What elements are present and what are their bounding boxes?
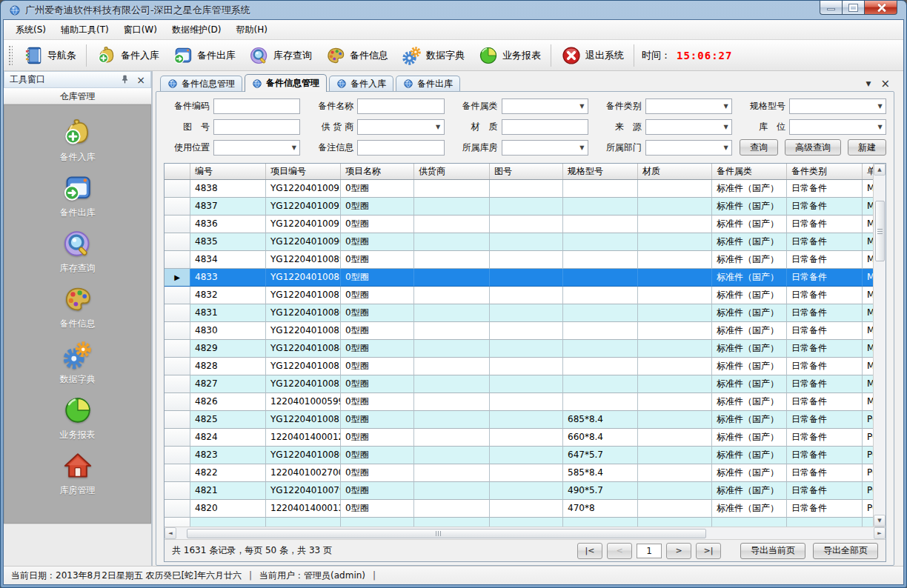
sidebar-item-data-dictionary[interactable]: 数据字典 [60, 339, 96, 386]
advanced-search-button[interactable]: 高级查询 [785, 139, 841, 156]
column-header-3[interactable]: 项目名称 [341, 164, 414, 179]
scroll-right-icon[interactable]: ► [874, 527, 886, 539]
sidebar-item-inventory-query[interactable]: 库存查询 [60, 228, 96, 275]
location-select[interactable]: ▼ [789, 119, 886, 135]
table-row-4822[interactable]: 482212204010027000型圈585*8.4标准件（国产）日常备件PC [165, 464, 873, 482]
table-row-4836[interactable]: 4836YG122040100910型圈标准件（国产）日常备件M [165, 216, 873, 233]
row-selector-cell[interactable] [165, 482, 190, 500]
row-selector-cell[interactable] [165, 393, 190, 411]
row-selector-cell[interactable] [165, 180, 190, 198]
column-header-2[interactable]: 项目编号 [266, 164, 341, 179]
department-select[interactable]: ▼ [645, 140, 732, 156]
toolbar-inventory-query-button[interactable]: 库存查询 [242, 42, 319, 69]
horizontal-scroll-thumb[interactable] [187, 529, 706, 538]
use-position-select[interactable]: ▼ [213, 140, 300, 156]
column-header-9[interactable]: 备件类别 [787, 164, 863, 179]
spec-model-select[interactable]: ▼ [789, 98, 886, 114]
toolbar-stock-in-button[interactable]: 备件入库 [90, 42, 166, 69]
tab-3[interactable]: 备件出库 [396, 76, 460, 91]
table-row-4820[interactable]: 482012204014000130型圈470*8标准件（国产）日常备件PC [165, 500, 873, 518]
table-row-4826[interactable]: 482612204010005990型圈标准件（国产）日常备件M [165, 393, 873, 411]
tab-2[interactable]: 备件入库 [329, 76, 393, 91]
tab-0[interactable]: 备件信息管理 [160, 76, 242, 91]
sidebar-close-icon[interactable]: × [136, 76, 145, 84]
row-selector-cell[interactable] [165, 233, 190, 251]
next-page-button[interactable]: > [666, 543, 691, 559]
table-row-4833[interactable]: ▶4833YG122040100880型圈标准件（国产）日常备件M [165, 269, 873, 287]
row-selector-cell[interactable] [165, 198, 190, 216]
row-selector-cell[interactable] [165, 411, 190, 429]
sidebar-item-parts-info[interactable]: 备件信息 [60, 284, 96, 330]
table-row-4838[interactable]: 4838YG122040100930型圈标准件（国产）日常备件M [165, 180, 873, 198]
toolbar-stock-out-button[interactable]: 备件出库 [166, 42, 242, 69]
vertical-scroll-thumb[interactable] [875, 201, 885, 261]
menu-item-data-maintenance[interactable]: 数据维护(D) [165, 20, 229, 40]
row-selector-cell[interactable] [165, 304, 190, 322]
table-row-4821[interactable]: 4821YG122040100790型圈490*5.7标准件（国产）日常备件PC [165, 482, 873, 500]
column-header-8[interactable]: 备件属类 [712, 164, 787, 179]
column-header-7[interactable]: 材质 [638, 164, 712, 179]
table-row-4837[interactable]: 4837YG122040100920型圈标准件（国产）日常备件M [165, 198, 873, 216]
table-row-4835[interactable]: 4835YG122040100900型圈标准件（国产）日常备件M [165, 233, 873, 251]
table-row-4832[interactable]: 4832YG122040100870型圈标准件（国产）日常备件M [165, 287, 873, 304]
page-number-input[interactable]: 1 [637, 544, 662, 558]
row-selector-header[interactable] [165, 164, 190, 179]
row-selector-cell[interactable] [165, 375, 190, 393]
pin-icon[interactable] [120, 75, 130, 84]
first-page-button[interactable]: |< [577, 543, 602, 559]
menu-item-system[interactable]: 系统(S) [8, 20, 53, 40]
prev-page-button[interactable]: < [607, 543, 632, 559]
table-row-4831[interactable]: 4831YG122040100860型圈标准件（国产）日常备件M [165, 304, 873, 322]
row-selector-cell[interactable] [165, 251, 190, 269]
toolbar-parts-info-button[interactable]: 备件信息 [319, 42, 395, 69]
tab-list-dropdown-icon[interactable]: ▼ [866, 80, 871, 87]
table-row-4830[interactable]: 4830YG122040100850型圈标准件（国产）日常备件M [165, 322, 873, 340]
column-header-10[interactable]: 单位 [863, 164, 873, 179]
part-name-input[interactable] [357, 98, 444, 114]
search-button[interactable]: 查询 [740, 139, 778, 156]
table-row-4825[interactable]: 4825YG122040100810型圈685*8.4标准件（国产）日常备件PC [165, 411, 873, 429]
sidebar-item-warehouse-management[interactable]: 库房管理 [60, 450, 96, 497]
toolbar-business-report-button[interactable]: 业务报表 [471, 42, 548, 69]
last-page-button[interactable]: >| [696, 543, 721, 559]
part-type-select[interactable]: ▼ [645, 98, 732, 114]
source-select[interactable]: ▼ [645, 119, 732, 135]
scroll-down-icon[interactable]: ▼ [874, 515, 886, 527]
supplier-select[interactable]: ▼ [357, 119, 444, 135]
toolbar-exit-system-button[interactable]: 退出系统 [554, 42, 631, 69]
sidebar-group-warehouse[interactable]: 仓库管理 [4, 88, 151, 104]
part-code-input[interactable] [213, 98, 300, 114]
scroll-up-icon[interactable]: ▲ [874, 164, 886, 176]
row-selector-cell[interactable]: ▶ [165, 269, 190, 287]
sidebar-item-business-report[interactable]: 业务报表 [60, 395, 96, 441]
drawing-no-input[interactable] [213, 119, 300, 135]
row-selector-cell[interactable] [165, 500, 190, 518]
maximize-button[interactable] [842, 1, 864, 15]
table-row-4828[interactable]: 4828YG122040100830型圈标准件（国产）日常备件M [165, 358, 873, 375]
toolbar-grip-handle[interactable] [7, 44, 13, 67]
vertical-scrollbar[interactable]: ▲ ▼ [873, 164, 886, 527]
toolbar-data-dictionary-button[interactable]: 数据字典 [395, 42, 471, 69]
table-row-4827[interactable]: 4827YG122040100820型圈标准件（国产）日常备件M [165, 375, 873, 393]
row-selector-cell[interactable] [165, 464, 190, 482]
row-selector-cell[interactable] [165, 358, 190, 375]
column-header-1[interactable]: 编号 [190, 164, 266, 179]
table-row-4834[interactable]: 4834YG122040100890型圈标准件（国产）日常备件M [165, 251, 873, 269]
horizontal-scrollbar[interactable]: ◄ ► [165, 527, 886, 539]
sidebar-item-stock-in[interactable]: 备件入库 [60, 117, 96, 164]
close-button[interactable] [864, 1, 897, 15]
export-current-page-button[interactable]: 导出当前页 [740, 543, 805, 559]
titlebar[interactable]: 广州爱奇迪软件科技有限公司-深田之星仓库管理系统 [3, 1, 904, 19]
table-row-4824[interactable]: 482412204014000120型圈660*8.4标准件（国产）日常备件PC [165, 429, 873, 447]
column-header-4[interactable]: 供货商 [414, 164, 490, 179]
tab-close-icon[interactable]: × [880, 80, 890, 87]
sidebar-item-stock-out[interactable]: 备件出库 [60, 173, 96, 219]
row-selector-cell[interactable] [165, 447, 190, 464]
warehouse-select[interactable]: ▼ [502, 140, 588, 156]
row-selector-cell[interactable] [165, 287, 190, 304]
minimize-button[interactable] [820, 1, 842, 15]
row-selector-cell[interactable] [165, 216, 190, 233]
tab-1-active[interactable]: 备件信息管理 [245, 74, 327, 92]
new-button[interactable]: 新建 [848, 139, 886, 156]
export-all-pages-button[interactable]: 导出全部页 [813, 543, 878, 559]
